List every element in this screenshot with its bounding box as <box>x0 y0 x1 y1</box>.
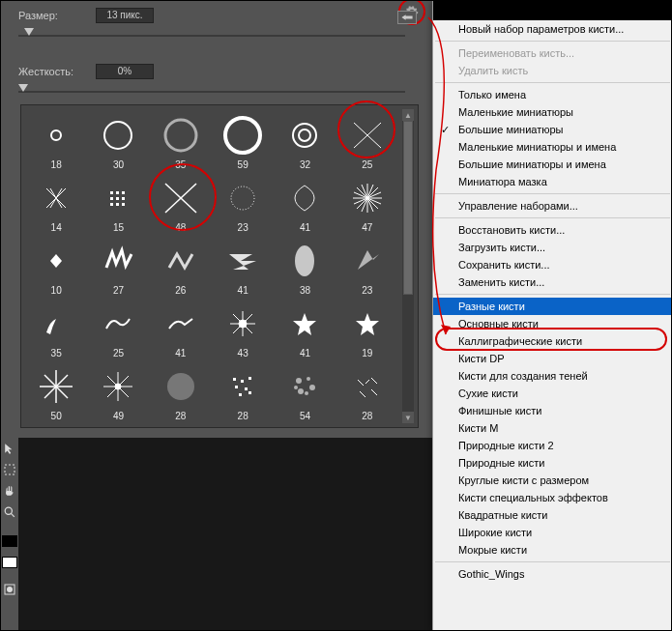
brush-cell[interactable]: 23 <box>336 235 398 298</box>
menu-item[interactable]: Заменить кисти... <box>433 273 672 291</box>
brush-cell[interactable]: 10 <box>25 235 87 298</box>
brush-cell[interactable]: 32 <box>274 109 336 172</box>
scroll-down-arrow[interactable]: ▼ <box>402 412 414 423</box>
brush-cell[interactable]: 49 <box>87 360 149 423</box>
brush-cell[interactable]: 41 <box>274 298 336 360</box>
hardness-slider-handle[interactable] <box>18 84 28 92</box>
menu-item[interactable]: Кисти M <box>433 419 672 437</box>
menu-item[interactable]: Маленькие миниатюры <box>433 103 672 121</box>
brush-cell[interactable]: 47 <box>336 172 398 235</box>
menu-item[interactable]: Сухие кисти <box>433 385 672 402</box>
brush-cell[interactable]: 26 <box>150 235 212 298</box>
brush-cell[interactable]: 18 <box>25 109 87 172</box>
brush-cell[interactable]: 41 <box>150 298 212 360</box>
menu-item[interactable]: Кисти для создания теней <box>433 367 672 385</box>
size-slider-section: Размер: 13 пикс. <box>7 1 428 47</box>
brush-size-label: 54 <box>300 411 310 421</box>
menu-item[interactable]: Природные кисти 2 <box>433 437 672 454</box>
move-tool-icon[interactable] <box>1 438 18 459</box>
marquee-tool-icon[interactable] <box>1 459 18 480</box>
menu-item[interactable]: Финишные кисти <box>433 402 672 419</box>
menu-item: Удалить кисть <box>433 62 672 79</box>
brush-cell[interactable]: 50 <box>25 360 87 423</box>
hardness-slider[interactable] <box>18 84 405 100</box>
brush-cell[interactable]: 28 <box>336 360 398 423</box>
brush-size-label: 14 <box>51 222 62 233</box>
foreground-swatch[interactable] <box>1 531 18 552</box>
brush-cell[interactable]: 28 <box>150 360 212 423</box>
menu-item[interactable]: Квадратные кисти <box>433 506 672 524</box>
brush-cell[interactable]: 28 <box>212 360 274 423</box>
brush-cell[interactable]: 30 <box>87 109 149 172</box>
svg-point-59 <box>307 377 310 381</box>
brush-grid[interactable]: 1830355932251415482341471027264138233525… <box>25 109 398 423</box>
brush-thumb <box>281 366 328 407</box>
scrollbar[interactable]: ▲ ▼ <box>402 109 414 423</box>
hand-tool-icon[interactable] <box>1 480 18 502</box>
brush-size-label: 28 <box>362 411 372 421</box>
menu-item[interactable]: Разные кисти <box>433 298 672 315</box>
brush-cell[interactable]: 14 <box>25 172 87 235</box>
zoom-tool-icon[interactable] <box>1 502 18 523</box>
menu-item[interactable]: Кисти DP <box>433 350 672 367</box>
background-swatch[interactable] <box>1 552 18 573</box>
svg-rect-53 <box>248 377 251 380</box>
menu-item[interactable]: Круглые кисти с размером <box>433 472 672 489</box>
menu-item[interactable]: Только имена <box>433 86 672 103</box>
menu-item[interactable]: Каллиграфические кисти <box>433 332 672 350</box>
svg-line-65 <box>371 378 377 384</box>
svg-point-1 <box>104 122 131 149</box>
brush-cell[interactable]: 23 <box>212 172 274 235</box>
menu-item[interactable]: Загрузить кисти... <box>433 239 672 256</box>
brush-thumb <box>158 115 204 156</box>
size-slider[interactable] <box>18 28 405 43</box>
svg-point-5 <box>299 129 310 141</box>
brush-cell[interactable]: 43 <box>212 298 274 360</box>
brush-cell[interactable]: 48 <box>150 172 212 235</box>
quickmask-icon[interactable] <box>1 579 18 600</box>
scroll-thumb[interactable] <box>403 121 413 295</box>
brush-size-label: 38 <box>300 285 310 296</box>
svg-point-33 <box>295 245 314 276</box>
menu-item[interactable]: Широкие кисти <box>433 524 672 541</box>
reset-size-button[interactable] <box>397 11 417 24</box>
scroll-up-arrow[interactable]: ▲ <box>402 109 414 121</box>
brush-thumb <box>95 115 141 156</box>
menu-item[interactable]: Природные кисти <box>433 454 672 472</box>
menu-item[interactable]: Основные кисти <box>433 315 672 332</box>
brush-cell[interactable]: 41 <box>212 235 274 298</box>
size-value[interactable]: 13 пикс. <box>96 8 154 23</box>
brush-cell[interactable]: 15 <box>87 172 149 235</box>
brush-cell[interactable]: 35 <box>150 109 212 172</box>
brush-cell[interactable]: 59 <box>212 109 274 172</box>
brush-cell[interactable]: 27 <box>87 235 149 298</box>
brush-size-label: 48 <box>175 222 186 233</box>
brush-cell[interactable]: 38 <box>274 235 336 298</box>
menu-separator <box>435 82 670 83</box>
menu-item[interactable]: Миниатюра мазка <box>433 173 672 190</box>
brush-thumb <box>33 178 79 218</box>
menu-item[interactable]: Кисти специальных эффектов <box>433 489 672 506</box>
menu-item[interactable]: Большие миниатюры <box>433 121 672 138</box>
brush-cell[interactable]: 41 <box>274 172 336 235</box>
menu-item[interactable]: Gothic_Wings <box>433 565 672 583</box>
menu-header <box>433 1 672 20</box>
menu-item[interactable]: Маленькие миниатюры и имена <box>433 138 672 156</box>
brush-cell[interactable]: 19 <box>336 298 398 360</box>
hardness-value[interactable]: 0% <box>96 64 154 79</box>
brush-thumb <box>219 366 266 407</box>
brush-thumb <box>33 366 79 407</box>
menu-item[interactable]: Восстановить кисти... <box>433 221 672 239</box>
menu-item[interactable]: Сохранить кисти... <box>433 256 672 273</box>
brush-thumb <box>219 178 266 218</box>
menu-item[interactable]: Мокрые кисти <box>433 541 672 559</box>
menu-item[interactable]: Управление наборами... <box>433 197 672 215</box>
brush-thumb <box>281 115 328 156</box>
menu-item[interactable]: Новый набор параметров кисти... <box>433 20 672 38</box>
size-slider-handle[interactable] <box>24 28 34 36</box>
menu-item[interactable]: Большие миниатюры и имена <box>433 156 672 173</box>
brush-cell[interactable]: 25 <box>336 109 398 172</box>
brush-cell[interactable]: 25 <box>87 298 149 360</box>
brush-cell[interactable]: 54 <box>274 360 336 423</box>
brush-cell[interactable]: 35 <box>25 298 87 360</box>
